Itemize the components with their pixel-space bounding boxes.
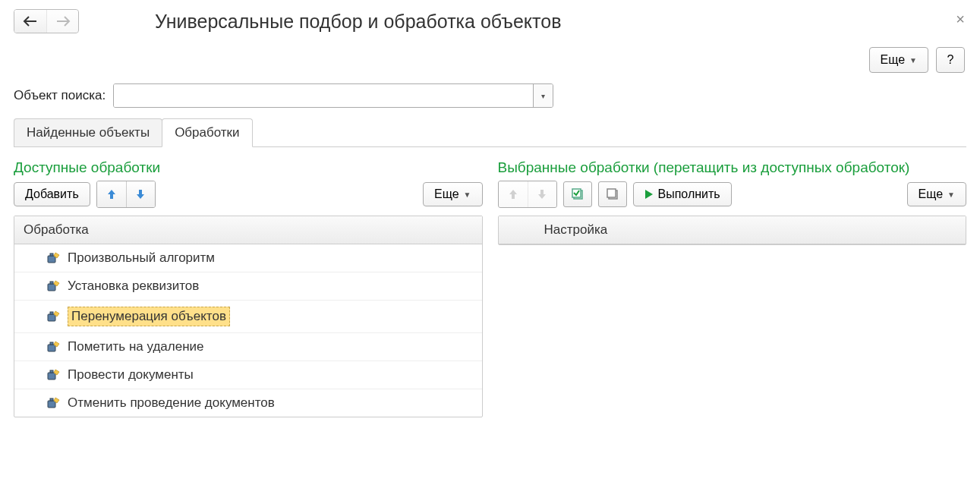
page-title: Универсальные подбор и обработка объекто… — [155, 11, 561, 33]
list-item-label: Провести документы — [68, 367, 194, 383]
search-combo[interactable]: ▾ — [113, 83, 553, 108]
selected-title: Выбранные обработки (перетащить из досту… — [498, 159, 967, 176]
more-label: Еще — [919, 187, 944, 201]
forward-button[interactable] — [46, 10, 78, 33]
search-input[interactable] — [114, 84, 533, 107]
available-title: Доступные обработки — [14, 159, 483, 176]
svg-rect-15 — [48, 401, 55, 408]
svg-rect-0 — [48, 256, 55, 263]
arrow-right-icon — [55, 16, 71, 27]
tab-bar: Найденные объекты Обработки — [14, 118, 966, 147]
processing-item-icon — [46, 251, 60, 265]
more-button-right[interactable]: Еще ▼ — [907, 182, 966, 206]
available-processing-panel: Доступные обработки Добавить Еще ▼ Обраб… — [14, 159, 483, 417]
chevron-down-icon: ▼ — [464, 190, 471, 199]
svg-rect-3 — [48, 284, 55, 291]
list-item[interactable]: Пометить на удаление — [14, 333, 482, 361]
svg-rect-13 — [50, 370, 53, 373]
svg-rect-9 — [48, 345, 55, 351]
play-icon — [644, 189, 654, 200]
arrow-left-icon — [23, 16, 38, 27]
uncheck-all-button[interactable] — [598, 181, 627, 207]
arrow-down-icon — [135, 188, 146, 200]
nav-group — [14, 9, 79, 33]
more-label: Еще — [881, 53, 906, 67]
list-item[interactable]: Перенумерация объектов — [14, 301, 482, 333]
check-all-button[interactable] — [563, 181, 592, 207]
available-column-header: Обработка — [14, 216, 482, 244]
search-dropdown-button[interactable]: ▾ — [533, 84, 553, 107]
arrow-up-icon — [106, 188, 117, 200]
svg-rect-10 — [50, 342, 53, 345]
close-icon[interactable]: × — [956, 11, 965, 28]
add-button[interactable]: Добавить — [14, 182, 90, 206]
help-label: ? — [947, 53, 954, 67]
chevron-down-icon: ▼ — [947, 190, 955, 199]
available-table: Обработка Произвольный алгоритмУстановка… — [14, 216, 483, 417]
more-button-left[interactable]: Еще ▼ — [423, 182, 482, 206]
processing-item-icon — [46, 368, 60, 382]
list-item-label: Перенумерация объектов — [68, 307, 230, 326]
move-buttons-right — [498, 181, 557, 208]
svg-rect-1 — [50, 253, 53, 256]
svg-rect-4 — [50, 282, 53, 284]
selected-processing-panel: Выбранные обработки (перетащить из досту… — [498, 159, 967, 417]
chevron-down-icon: ▼ — [909, 56, 917, 65]
processing-item-icon — [46, 396, 60, 410]
move-down-button[interactable] — [528, 181, 556, 207]
selected-table: Настройка — [498, 216, 967, 245]
more-button-top[interactable]: Еще ▼ — [869, 47, 928, 73]
selected-column-header: Настройка — [499, 216, 966, 244]
processing-item-icon — [46, 340, 60, 354]
tab-processing[interactable]: Обработки — [162, 118, 252, 147]
more-label: Еще — [434, 187, 459, 201]
svg-rect-21 — [607, 189, 616, 197]
list-item[interactable]: Отменить проведение документов — [14, 389, 482, 417]
move-up-button[interactable] — [97, 181, 126, 207]
chevron-down-icon: ▾ — [541, 92, 545, 100]
list-item-label: Пометить на удаление — [68, 339, 204, 354]
uncheck-all-icon — [606, 187, 619, 201]
processing-item-icon — [46, 279, 60, 293]
list-item[interactable]: Установка реквизитов — [14, 272, 482, 301]
list-item[interactable]: Провести документы — [14, 361, 482, 389]
arrow-down-icon — [537, 188, 547, 200]
list-item-label: Установка реквизитов — [68, 279, 199, 294]
execute-label: Выполнить — [658, 187, 720, 201]
help-button[interactable]: ? — [936, 47, 965, 73]
list-item-label: Произвольный алгоритм — [68, 250, 215, 266]
svg-rect-16 — [50, 398, 53, 401]
svg-rect-6 — [48, 314, 55, 321]
move-buttons — [96, 181, 156, 208]
arrow-up-icon — [508, 188, 518, 200]
back-button[interactable] — [14, 10, 46, 33]
list-item[interactable]: Произвольный алгоритм — [14, 244, 482, 272]
list-item-label: Отменить проведение документов — [68, 395, 275, 411]
svg-rect-7 — [50, 312, 53, 314]
search-label: Объект поиска: — [14, 88, 106, 103]
move-up-button[interactable] — [499, 181, 528, 207]
move-down-button[interactable] — [126, 181, 155, 207]
check-all-icon — [571, 187, 585, 201]
execute-button[interactable]: Выполнить — [633, 182, 732, 206]
processing-item-icon — [46, 310, 60, 323]
svg-rect-12 — [48, 373, 55, 379]
tab-found-objects[interactable]: Найденные объекты — [14, 118, 162, 146]
